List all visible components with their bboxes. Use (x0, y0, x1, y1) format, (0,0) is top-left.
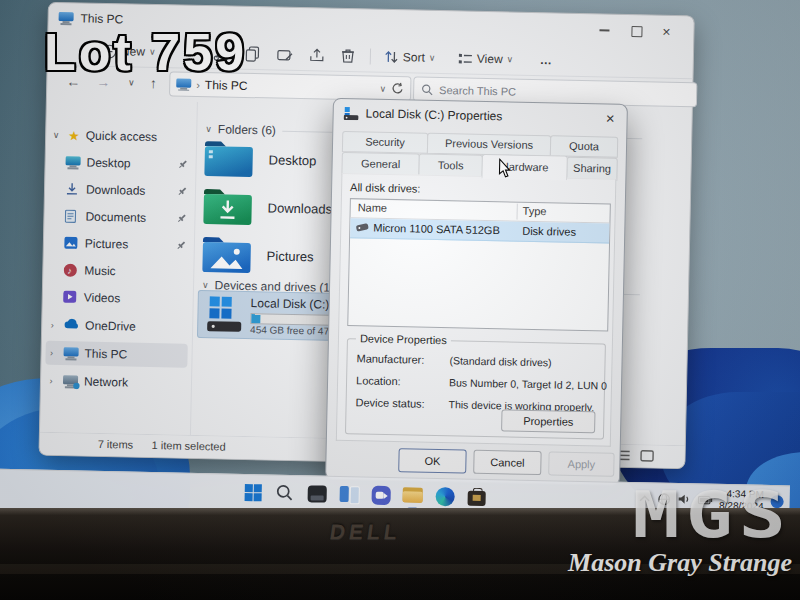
pin-icon (177, 186, 187, 196)
search-icon (276, 484, 294, 502)
local-disk-icon (205, 296, 244, 333)
briefcase-icon (467, 491, 485, 506)
sidebar-item-videos[interactable]: Videos (47, 285, 189, 312)
refresh-icon[interactable] (391, 82, 404, 95)
drive-icon (344, 106, 359, 119)
folder-name: Pictures (267, 248, 314, 264)
cancel-button[interactable]: Cancel (473, 450, 541, 475)
this-pc-icon (63, 346, 78, 360)
apply-button[interactable]: Apply (548, 451, 614, 476)
sidebar-item-network[interactable]: › Network (45, 369, 187, 396)
task-view-button[interactable] (335, 481, 362, 508)
chat-camera-icon (371, 485, 390, 504)
maximize-button[interactable] (621, 21, 651, 42)
task-view-icon (339, 486, 358, 502)
folder-name: Downloads (268, 200, 333, 216)
disk-drives-list[interactable]: Name Type Micron 1100 SATA 512GB Disk dr… (347, 198, 611, 331)
taskbar-search-button[interactable] (271, 480, 298, 507)
file-explorer-button[interactable] (399, 482, 426, 508)
sidebar-item-desktop[interactable]: Desktop (49, 150, 191, 177)
sidebar-item-pictures[interactable]: Pictures (48, 231, 190, 258)
column-divider[interactable] (517, 204, 518, 220)
rename-icon (277, 47, 294, 62)
list-row-micron-drive[interactable]: Micron 1100 SATA 512GB Disk drives (350, 218, 609, 243)
tab-quota[interactable]: Quota (550, 135, 618, 157)
sidebar-item-music[interactable]: ♪ Music (47, 258, 189, 285)
sidebar-label: Videos (84, 291, 121, 306)
pin-icon (176, 213, 186, 223)
sort-button[interactable]: Sort ∨ (384, 46, 436, 69)
view-list-icon (458, 52, 473, 65)
column-name[interactable]: Name (358, 201, 388, 214)
sort-icon (384, 50, 399, 64)
minimize-button[interactable] (589, 20, 619, 41)
documents-icon (64, 209, 79, 223)
drive-type: Disk drives (522, 225, 576, 238)
sidebar-label: Downloads (86, 183, 146, 198)
sidebar-item-onedrive[interactable]: › OneDrive (46, 313, 188, 340)
icons-view-toggle-icon[interactable] (639, 449, 654, 462)
sidebar-label: Music (84, 264, 116, 279)
expander-icon[interactable]: › (46, 348, 58, 358)
expander-icon[interactable]: › (45, 376, 57, 386)
tab-previous-versions[interactable]: Previous Versions (427, 133, 551, 157)
close-button[interactable]: × (651, 21, 681, 42)
tab-security[interactable]: Security (342, 131, 428, 154)
ok-button[interactable]: OK (398, 448, 466, 473)
network-icon (63, 374, 78, 388)
rename-button[interactable] (277, 44, 294, 66)
mgs-logo: MGS (519, 484, 792, 546)
folder-icon-pictures (200, 234, 253, 275)
edge-button[interactable] (431, 483, 458, 508)
sidebar-label: Network (84, 375, 128, 390)
collapse-icon[interactable]: ∨ (205, 124, 212, 134)
chevron-down-icon: ∨ (429, 53, 436, 63)
sidebar-item-documents[interactable]: Documents (48, 204, 190, 231)
field-value: Bus Number 0, Target Id 2, LUN 0 (449, 376, 607, 391)
sort-label: Sort (403, 50, 425, 64)
share-button[interactable] (309, 44, 325, 66)
dialog-title-bar[interactable]: Local Disk (C:) Properties (344, 106, 503, 123)
folder-icon-downloads (201, 186, 254, 227)
trash-icon (341, 48, 355, 64)
sidebar-item-quick-access[interactable]: ∨ ★ Quick access (50, 123, 192, 150)
downloads-icon (65, 182, 80, 196)
view-button[interactable]: View ∨ (458, 47, 514, 70)
hardware-tab-page: All disk drives: Name Type Micron 1100 S… (336, 173, 617, 447)
expander-icon[interactable]: ∨ (50, 130, 62, 140)
expander-icon[interactable]: › (46, 320, 58, 330)
properties-dialog: Local Disk (C:) Properties × Security Pr… (325, 98, 628, 486)
auction-watermark: MGS Mason Gray Strange (568, 484, 792, 578)
sidebar-label: This PC (84, 347, 127, 362)
properties-button[interactable]: Properties (501, 409, 595, 433)
column-type[interactable]: Type (523, 205, 547, 217)
sidebar-label: Quick access (86, 129, 158, 144)
folder-icon-desktop (202, 138, 255, 179)
sidebar-item-downloads[interactable]: Downloads (49, 177, 191, 204)
field-location: Location: Bus Number 0, Target Id 2, LUN… (347, 374, 604, 394)
share-icon (309, 47, 325, 63)
address-dropdown-icon[interactable]: ∨ (380, 83, 387, 93)
start-button[interactable] (239, 479, 266, 506)
all-disk-drives-label: All disk drives: (350, 181, 421, 194)
pin-icon (176, 240, 186, 250)
dark-app-button[interactable] (303, 480, 330, 507)
chat-button[interactable] (367, 482, 394, 508)
toolbox-button[interactable] (463, 484, 490, 508)
dialog-close-icon[interactable]: × (606, 109, 615, 126)
chevron-down-icon: ∨ (507, 54, 514, 64)
device-properties-group: Device Properties Manufacturer: (Standar… (345, 338, 606, 439)
videos-icon (63, 290, 78, 304)
photo-frame: This PC × New ∨ (0, 0, 800, 600)
sidebar-label: Desktop (86, 156, 130, 171)
collapse-icon[interactable]: ∨ (202, 280, 209, 290)
pictures-icon (64, 236, 79, 250)
delete-button[interactable] (341, 45, 355, 67)
sidebar-item-this-pc[interactable]: › This PC (45, 341, 187, 368)
sidebar-label: Documents (85, 210, 146, 225)
more-options-button[interactable]: … (540, 49, 552, 71)
search-icon (421, 83, 433, 95)
tab-hardware[interactable]: Hardware (481, 154, 568, 181)
toolbar-divider (370, 49, 371, 65)
file-explorer-icon (403, 487, 423, 503)
